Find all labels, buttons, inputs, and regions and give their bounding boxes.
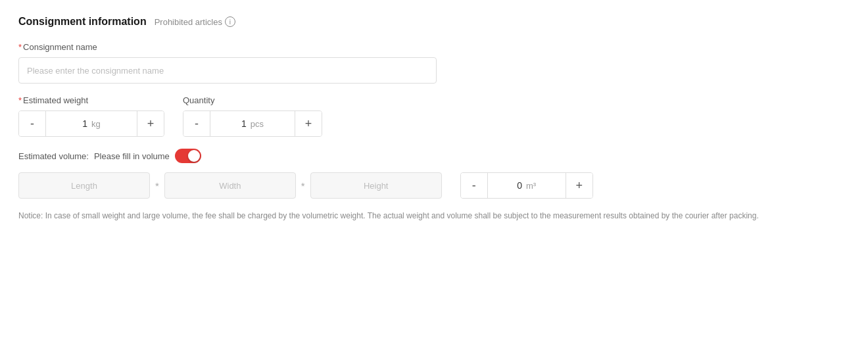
- volume-stepper-wrapper: - 0 m³ +: [460, 172, 593, 199]
- estimated-weight-label: *Estimated weight: [18, 95, 164, 105]
- required-star: *: [18, 42, 22, 52]
- weight-required-star: *: [18, 95, 22, 105]
- quantity-label: Quantity: [183, 95, 322, 105]
- width-input[interactable]: [164, 172, 296, 199]
- consignment-name-label: *Consignment name: [18, 42, 850, 52]
- weight-stepper: - 1 kg +: [18, 111, 164, 137]
- length-input[interactable]: [18, 172, 150, 199]
- weight-increment-button[interactable]: +: [137, 111, 164, 137]
- notice-text: Notice: In case of small weight and larg…: [18, 209, 847, 222]
- volume-label: Estimated volume:: [18, 151, 89, 161]
- length-width-separator: *: [155, 180, 159, 191]
- width-height-separator: *: [301, 180, 305, 191]
- toggle-track: [175, 149, 201, 163]
- toggle-thumb: [188, 150, 200, 162]
- quantity-value-display: 1 pcs: [210, 111, 295, 136]
- volume-value-display: 0 m³: [487, 173, 566, 198]
- weight-value: 1: [82, 118, 87, 129]
- volume-unit: m³: [526, 181, 536, 191]
- weight-unit: kg: [91, 119, 101, 129]
- weight-decrement-button[interactable]: -: [19, 111, 45, 137]
- estimated-weight-group: *Estimated weight - 1 kg +: [18, 95, 164, 137]
- volume-increment-button[interactable]: +: [566, 172, 592, 199]
- consignment-name-field: *Consignment name: [18, 42, 850, 84]
- volume-value: 0: [517, 180, 522, 191]
- prohibited-articles-link[interactable]: Prohibited articles i: [155, 16, 235, 27]
- volume-stepper: - 0 m³ +: [460, 172, 593, 199]
- height-input[interactable]: [310, 172, 442, 199]
- section-title: Consignment information: [18, 16, 147, 28]
- weight-quantity-row: *Estimated weight - 1 kg + Quantity - 1 …: [18, 95, 850, 137]
- prohibited-link-text: Prohibited articles: [155, 17, 222, 27]
- volume-toggle[interactable]: [175, 149, 201, 163]
- volume-toggle-label: Please fill in volume: [94, 151, 170, 161]
- info-icon: i: [225, 16, 235, 27]
- quantity-increment-button[interactable]: +: [295, 111, 322, 137]
- weight-value-display: 1 kg: [45, 111, 137, 136]
- quantity-unit: pcs: [251, 119, 264, 129]
- volume-toggle-row: Estimated volume: Please fill in volume: [18, 149, 850, 163]
- volume-decrement-button[interactable]: -: [461, 172, 487, 199]
- quantity-value: 1: [241, 118, 247, 129]
- consignment-name-input[interactable]: [18, 57, 437, 84]
- dimension-row: * * - 0 m³ +: [18, 172, 850, 199]
- quantity-decrement-button[interactable]: -: [183, 111, 210, 137]
- section-header: Consignment information Prohibited artic…: [18, 16, 850, 28]
- quantity-stepper: - 1 pcs +: [183, 111, 322, 137]
- consignment-form: Consignment information Prohibited artic…: [0, 0, 868, 344]
- quantity-group: Quantity - 1 pcs +: [183, 95, 322, 137]
